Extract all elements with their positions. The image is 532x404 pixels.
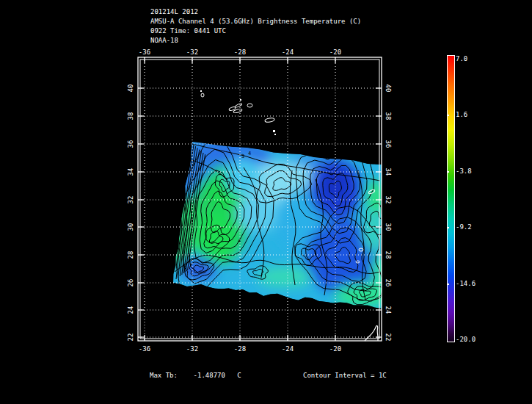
island-outline bbox=[201, 93, 204, 97]
lon-tick-label-top: -28 bbox=[234, 48, 246, 56]
colorbar-tick-mark bbox=[448, 284, 449, 285]
lon-tick-label-top: -32 bbox=[186, 48, 198, 56]
lat-tick-label-right: 24 bbox=[385, 306, 392, 314]
plot-window: 201214L 2012AMSU-A Channel 4 (53.6GHz) B… bbox=[0, 0, 532, 404]
lon-tick-label-top: -24 bbox=[282, 48, 294, 56]
lat-tick-label-left: 28 bbox=[127, 251, 134, 259]
island-outline bbox=[247, 104, 252, 107]
colorbar-tick-mark bbox=[448, 171, 449, 173]
lat-tick-label-right: 34 bbox=[385, 168, 392, 176]
island-dot bbox=[274, 134, 276, 135]
lon-tick-label-bottom: -36 bbox=[139, 345, 150, 353]
lat-tick-label-left: 32 bbox=[127, 196, 134, 204]
temperature-blob bbox=[179, 257, 217, 281]
lat-tick-label-right: 40 bbox=[385, 84, 392, 93]
lat-tick-label-right: 26 bbox=[385, 279, 392, 287]
lon-tick-label-bottom: -24 bbox=[282, 345, 294, 353]
colorbar-tick-mark bbox=[448, 115, 449, 116]
colorbar-tick-label: 7.0 bbox=[456, 55, 467, 63]
island-outline bbox=[265, 118, 275, 123]
lat-tick-label-right: 36 bbox=[385, 140, 392, 148]
lon-tick-label-bottom: -32 bbox=[186, 345, 198, 353]
colorbar bbox=[447, 55, 455, 342]
lat-tick-label-left: 36 bbox=[127, 140, 134, 148]
lon-tick-label-bottom: -28 bbox=[234, 345, 246, 353]
lon-tick-label-top: -36 bbox=[139, 48, 150, 56]
colorbar-tick-label: -9.2 bbox=[456, 223, 472, 231]
lat-tick-label-right: 30 bbox=[385, 223, 392, 231]
contour-label: 3 bbox=[241, 154, 244, 159]
lat-tick-label-right: 22 bbox=[385, 333, 392, 342]
lat-tick-label-left: 38 bbox=[127, 112, 134, 120]
lat-tick-label-left: 40 bbox=[127, 84, 134, 93]
colorbar-tick-mark bbox=[448, 227, 449, 228]
island-outline bbox=[235, 103, 242, 108]
max-tb-annotation: Max Tb: -1.48770 C bbox=[150, 372, 241, 379]
colorbar-tick-label: -3.8 bbox=[456, 167, 472, 176]
lat-tick-label-right: 38 bbox=[385, 112, 392, 120]
contour-label: 4 bbox=[238, 238, 241, 244]
lat-tick-label-left: 34 bbox=[127, 168, 134, 176]
lon-tick-label-top: -20 bbox=[329, 48, 341, 56]
lat-tick-label-left: 24 bbox=[127, 306, 134, 314]
lat-tick-label-left: 22 bbox=[127, 333, 134, 342]
lat-tick-label-right: 32 bbox=[385, 196, 392, 204]
contour-interval-annotation: Contour Interval = 1C bbox=[303, 372, 387, 379]
island-dot bbox=[273, 130, 275, 132]
lat-tick-label-left: 26 bbox=[127, 279, 134, 287]
contour-label: 4 bbox=[248, 151, 251, 156]
lat-tick-label-left: 30 bbox=[127, 223, 134, 231]
colorbar-tick-label: 1.6 bbox=[456, 111, 467, 119]
lat-tick-label-right: 28 bbox=[385, 251, 392, 259]
colorbar-tick-label: -14.6 bbox=[456, 280, 475, 288]
lon-tick-label-bottom: -20 bbox=[329, 345, 341, 353]
island-dot bbox=[200, 90, 202, 92]
island-dot bbox=[240, 99, 241, 101]
temperature-blob bbox=[257, 267, 313, 287]
colorbar-tick-label: -20.0 bbox=[456, 336, 475, 344]
